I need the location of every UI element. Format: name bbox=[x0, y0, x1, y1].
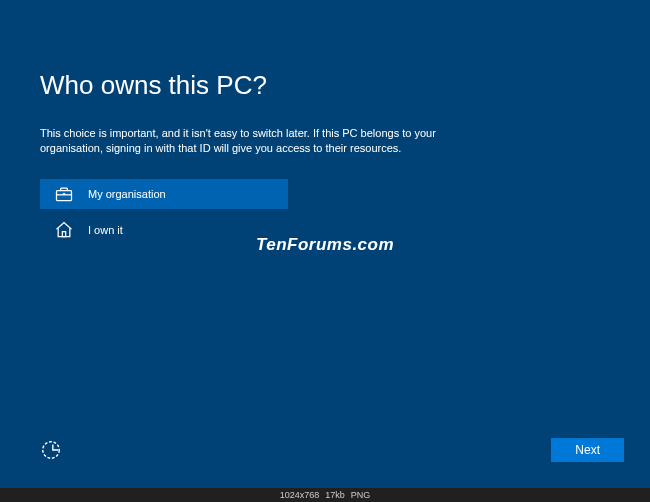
svg-rect-0 bbox=[57, 190, 72, 200]
watermark-text: TenForums.com bbox=[256, 235, 394, 255]
status-format: PNG bbox=[351, 490, 371, 500]
oobe-setup-screen: Who owns this PC? This choice is importa… bbox=[0, 0, 650, 488]
ease-of-access-icon[interactable] bbox=[40, 439, 62, 461]
option-label: I own it bbox=[88, 224, 123, 236]
image-status-bar: 1024x768 17kb PNG bbox=[0, 488, 650, 502]
svg-rect-3 bbox=[62, 231, 65, 236]
option-label: My organisation bbox=[88, 188, 166, 200]
option-i-own-it[interactable]: I own it bbox=[40, 215, 288, 245]
briefcase-icon bbox=[54, 184, 74, 204]
home-icon bbox=[54, 220, 74, 240]
next-button[interactable]: Next bbox=[551, 438, 624, 462]
status-dimensions: 1024x768 bbox=[280, 490, 320, 500]
option-organisation[interactable]: My organisation bbox=[40, 179, 288, 209]
status-filesize: 17kb bbox=[325, 490, 345, 500]
footer-bar: Next bbox=[40, 438, 624, 462]
page-title: Who owns this PC? bbox=[40, 70, 610, 101]
page-description: This choice is important, and it isn't e… bbox=[40, 126, 500, 157]
